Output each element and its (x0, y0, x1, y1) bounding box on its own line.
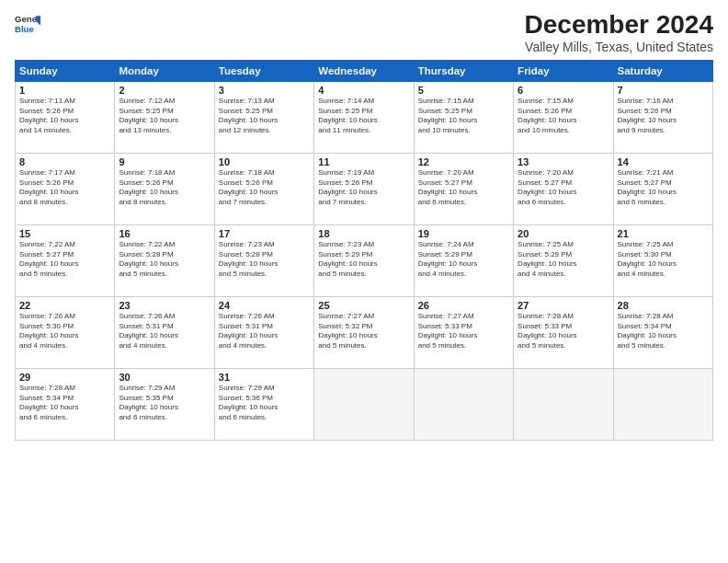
day-info: Sunrise: 7:22 AM Sunset: 5:28 PM Dayligh… (119, 240, 210, 280)
table-row: 13Sunrise: 7:20 AM Sunset: 5:27 PM Dayli… (514, 153, 613, 224)
table-row: 23Sunrise: 7:26 AM Sunset: 5:31 PM Dayli… (115, 296, 214, 368)
day-info: Sunrise: 7:26 AM Sunset: 5:31 PM Dayligh… (119, 312, 210, 351)
col-monday: Monday (115, 60, 214, 81)
table-row: 27Sunrise: 7:28 AM Sunset: 5:33 PM Dayli… (514, 296, 613, 368)
table-row: 28Sunrise: 7:28 AM Sunset: 5:34 PM Dayli… (613, 296, 712, 368)
day-number: 17 (219, 228, 310, 239)
day-info: Sunrise: 7:29 AM Sunset: 5:35 PM Dayligh… (119, 384, 210, 423)
day-info: Sunrise: 7:19 AM Sunset: 5:26 PM Dayligh… (318, 168, 409, 208)
day-number: 7 (618, 85, 709, 96)
day-number: 25 (318, 300, 409, 311)
table-row: 18Sunrise: 7:23 AM Sunset: 5:29 PM Dayli… (314, 224, 414, 296)
day-number: 1 (19, 85, 110, 96)
day-info: Sunrise: 7:14 AM Sunset: 5:25 PM Dayligh… (318, 97, 409, 136)
calendar-table: Sunday Monday Tuesday Wednesday Thursday… (15, 60, 713, 441)
table-row: 14Sunrise: 7:21 AM Sunset: 5:27 PM Dayli… (613, 153, 712, 224)
table-row (613, 368, 712, 440)
table-row: 26Sunrise: 7:27 AM Sunset: 5:33 PM Dayli… (414, 296, 513, 368)
table-row: 15Sunrise: 7:22 AM Sunset: 5:27 PM Dayli… (16, 224, 115, 296)
table-row: 9Sunrise: 7:18 AM Sunset: 5:26 PM Daylig… (115, 153, 214, 224)
table-row (314, 368, 414, 440)
col-thursday: Thursday (414, 60, 513, 81)
col-friday: Friday (514, 60, 613, 81)
table-row: 2Sunrise: 7:12 AM Sunset: 5:25 PM Daylig… (115, 81, 214, 153)
table-row: 29Sunrise: 7:28 AM Sunset: 5:34 PM Dayli… (16, 368, 115, 440)
day-number: 10 (219, 156, 310, 167)
table-row: 11Sunrise: 7:19 AM Sunset: 5:26 PM Dayli… (314, 153, 414, 224)
table-row: 12Sunrise: 7:20 AM Sunset: 5:27 PM Dayli… (414, 153, 513, 224)
table-row: 25Sunrise: 7:27 AM Sunset: 5:32 PM Dayli… (314, 296, 414, 368)
day-number: 19 (418, 228, 509, 239)
day-info: Sunrise: 7:27 AM Sunset: 5:32 PM Dayligh… (318, 312, 409, 351)
table-row: 7Sunrise: 7:16 AM Sunset: 5:26 PM Daylig… (613, 81, 712, 153)
day-number: 27 (518, 300, 609, 311)
day-number: 9 (119, 156, 210, 167)
table-row: 6Sunrise: 7:15 AM Sunset: 5:26 PM Daylig… (514, 81, 613, 153)
day-number: 20 (518, 228, 609, 239)
day-number: 22 (19, 300, 110, 311)
day-number: 14 (618, 156, 709, 167)
logo: General Blue (15, 11, 40, 37)
logo-icon: General Blue (15, 11, 40, 37)
table-row: 24Sunrise: 7:26 AM Sunset: 5:31 PM Dayli… (214, 296, 313, 368)
day-info: Sunrise: 7:20 AM Sunset: 5:27 PM Dayligh… (518, 168, 609, 208)
day-number: 29 (19, 372, 110, 383)
table-row: 3Sunrise: 7:13 AM Sunset: 5:25 PM Daylig… (214, 81, 313, 153)
day-number: 5 (418, 85, 509, 96)
day-info: Sunrise: 7:12 AM Sunset: 5:25 PM Dayligh… (119, 97, 210, 136)
day-number: 28 (618, 300, 709, 311)
day-info: Sunrise: 7:13 AM Sunset: 5:25 PM Dayligh… (219, 97, 310, 136)
day-number: 21 (618, 228, 709, 239)
calendar-week-row: 29Sunrise: 7:28 AM Sunset: 5:34 PM Dayli… (16, 368, 713, 440)
page: General Blue December 2024 Valley Mills,… (0, 0, 728, 563)
table-row: 8Sunrise: 7:17 AM Sunset: 5:26 PM Daylig… (16, 153, 115, 224)
day-number: 26 (418, 300, 509, 311)
day-info: Sunrise: 7:23 AM Sunset: 5:29 PM Dayligh… (318, 240, 409, 280)
day-info: Sunrise: 7:21 AM Sunset: 5:27 PM Dayligh… (618, 168, 709, 208)
day-number: 12 (418, 156, 509, 167)
day-number: 6 (518, 85, 609, 96)
day-info: Sunrise: 7:16 AM Sunset: 5:26 PM Dayligh… (618, 97, 709, 136)
table-row (414, 368, 513, 440)
month-title: December 2024 (525, 11, 713, 40)
day-number: 30 (119, 372, 210, 383)
table-row (514, 368, 613, 440)
table-row: 20Sunrise: 7:25 AM Sunset: 5:29 PM Dayli… (514, 224, 613, 296)
day-number: 24 (219, 300, 310, 311)
table-row: 1Sunrise: 7:11 AM Sunset: 5:26 PM Daylig… (16, 81, 115, 153)
day-info: Sunrise: 7:15 AM Sunset: 5:25 PM Dayligh… (418, 97, 509, 136)
col-wednesday: Wednesday (314, 60, 414, 81)
calendar-week-row: 1Sunrise: 7:11 AM Sunset: 5:26 PM Daylig… (16, 81, 713, 153)
day-info: Sunrise: 7:28 AM Sunset: 5:34 PM Dayligh… (618, 312, 709, 351)
day-info: Sunrise: 7:27 AM Sunset: 5:33 PM Dayligh… (418, 312, 509, 351)
day-number: 31 (219, 372, 310, 383)
table-row: 31Sunrise: 7:29 AM Sunset: 5:36 PM Dayli… (214, 368, 313, 440)
calendar-week-row: 8Sunrise: 7:17 AM Sunset: 5:26 PM Daylig… (16, 153, 713, 224)
day-info: Sunrise: 7:29 AM Sunset: 5:36 PM Dayligh… (219, 384, 310, 423)
day-info: Sunrise: 7:26 AM Sunset: 5:31 PM Dayligh… (219, 312, 310, 351)
day-info: Sunrise: 7:28 AM Sunset: 5:34 PM Dayligh… (19, 384, 110, 423)
location: Valley Mills, Texas, United States (525, 40, 713, 54)
table-row: 10Sunrise: 7:18 AM Sunset: 5:26 PM Dayli… (214, 153, 313, 224)
title-block: December 2024 Valley Mills, Texas, Unite… (525, 11, 713, 54)
day-number: 3 (219, 85, 310, 96)
day-info: Sunrise: 7:11 AM Sunset: 5:26 PM Dayligh… (19, 97, 110, 136)
day-number: 8 (19, 156, 110, 167)
table-row: 21Sunrise: 7:25 AM Sunset: 5:30 PM Dayli… (613, 224, 712, 296)
table-row: 22Sunrise: 7:26 AM Sunset: 5:30 PM Dayli… (16, 296, 115, 368)
calendar-week-row: 22Sunrise: 7:26 AM Sunset: 5:30 PM Dayli… (16, 296, 713, 368)
table-row: 4Sunrise: 7:14 AM Sunset: 5:25 PM Daylig… (314, 81, 414, 153)
day-number: 18 (318, 228, 409, 239)
day-number: 11 (318, 156, 409, 167)
day-info: Sunrise: 7:18 AM Sunset: 5:26 PM Dayligh… (219, 168, 310, 208)
day-number: 4 (318, 85, 409, 96)
svg-text:Blue: Blue (15, 24, 34, 34)
day-info: Sunrise: 7:28 AM Sunset: 5:33 PM Dayligh… (518, 312, 609, 351)
col-tuesday: Tuesday (214, 60, 313, 81)
col-saturday: Saturday (613, 60, 712, 81)
day-info: Sunrise: 7:26 AM Sunset: 5:30 PM Dayligh… (19, 312, 110, 351)
table-row: 16Sunrise: 7:22 AM Sunset: 5:28 PM Dayli… (115, 224, 214, 296)
day-info: Sunrise: 7:18 AM Sunset: 5:26 PM Dayligh… (119, 168, 210, 208)
calendar-header-row: Sunday Monday Tuesday Wednesday Thursday… (16, 60, 713, 81)
table-row: 5Sunrise: 7:15 AM Sunset: 5:25 PM Daylig… (414, 81, 513, 153)
